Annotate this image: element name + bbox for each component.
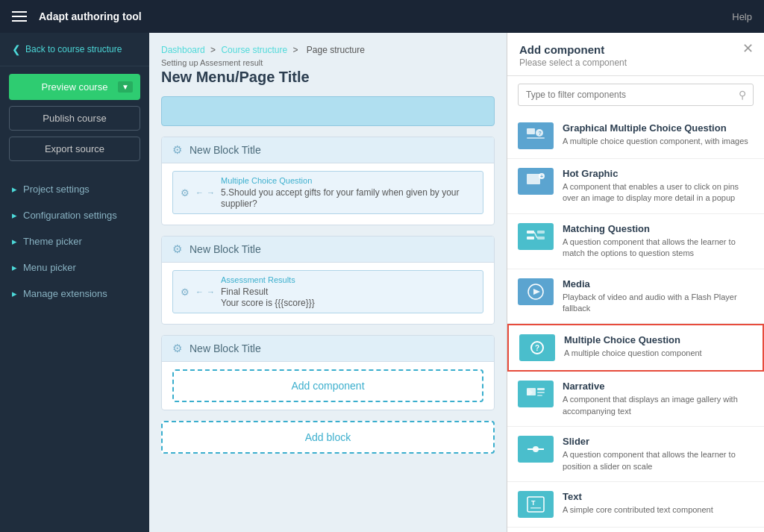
block-body-2: ⚙ ← → Assessment Results Final ResultYou… xyxy=(162,263,494,324)
sidebar: ❮ Back to course structure Preview cours… xyxy=(0,33,149,532)
add-component-button[interactable]: Add component xyxy=(172,369,483,402)
media-name: Media xyxy=(563,278,754,290)
gmcq-name: Graphical Multiple Choice Question xyxy=(563,122,748,134)
sidebar-button-group: Preview course ▼ Publish course Export s… xyxy=(0,66,149,169)
text-icon: T xyxy=(518,491,554,518)
block-gear-icon[interactable]: ⚙ xyxy=(172,143,182,157)
component-gear-icon[interactable]: ⚙ xyxy=(181,187,190,198)
page-subtitle: Setting up Assesment result xyxy=(161,58,495,67)
breadcrumb: Dashboard > Course structure > Page stru… xyxy=(161,45,495,55)
sidebar-item-theme-picker[interactable]: ▸ Theme picker xyxy=(0,228,149,254)
breadcrumb-sep: > xyxy=(210,45,218,55)
svg-rect-7 xyxy=(527,231,534,234)
breadcrumb-sep: > xyxy=(292,45,300,55)
slider-info: Slider A question component that allows … xyxy=(563,436,754,472)
gmcq-desc: A multiple choice question component, wi… xyxy=(563,136,748,147)
sidebar-item-label: Configuration settings xyxy=(23,210,117,221)
mcq-icon: ? xyxy=(519,334,555,361)
component-item-hotgraphic[interactable]: + Hot Graphic A component that enables a… xyxy=(507,159,764,214)
help-link[interactable]: Help xyxy=(732,11,752,22)
component-item-gmcq[interactable]: ? Graphical Multiple Choice Question A m… xyxy=(507,113,764,159)
hotgraphic-info: Hot Graphic A component that enables a u… xyxy=(563,168,754,204)
hotgraphic-desc: A component that enables a user to click… xyxy=(563,181,754,204)
component-content-2: Assessment Results Final ResultYour scor… xyxy=(221,275,315,308)
block-body-1: ⚙ ← → Multiple Choice Question 5.Should … xyxy=(162,163,494,225)
svg-rect-4 xyxy=(527,174,540,184)
slider-desc: A question component that allows the lea… xyxy=(563,449,754,472)
search-input[interactable] xyxy=(518,84,754,106)
component-item-text[interactable]: T Text A simple core contributed text co… xyxy=(507,482,764,528)
component-item-media[interactable]: Media Playback of video and audio with a… xyxy=(507,269,764,325)
text-desc: A simple core contributed text component xyxy=(563,504,713,516)
svg-marker-13 xyxy=(533,289,540,295)
block-gear-icon[interactable]: ⚙ xyxy=(172,342,182,355)
breadcrumb-course-structure[interactable]: Course structure xyxy=(221,45,287,55)
svg-rect-9 xyxy=(527,237,534,240)
block-header-3: ⚙ New Block Title xyxy=(162,336,494,362)
topbar: Adapt authoring tool Help xyxy=(0,0,764,33)
component-item-matching[interactable]: Matching Question A question component t… xyxy=(507,214,764,269)
block-title-3: New Block Title xyxy=(190,342,261,354)
close-icon[interactable]: ✕ xyxy=(742,40,754,57)
component-arrows[interactable]: ← → xyxy=(195,287,215,296)
sidebar-item-menu-picker[interactable]: ▸ Menu picker xyxy=(0,254,149,281)
breadcrumb-dashboard[interactable]: Dashboard xyxy=(161,45,205,55)
svg-line-11 xyxy=(534,232,537,238)
component-label-2: Assessment Results xyxy=(221,275,315,284)
page-title: New Menu/Page Title xyxy=(161,69,495,86)
svg-text:+: + xyxy=(540,174,543,179)
slider-icon xyxy=(518,436,554,463)
svg-rect-3 xyxy=(527,137,545,139)
preview-course-button[interactable]: Preview course ▼ xyxy=(9,74,140,100)
media-icon xyxy=(518,278,554,305)
preview-dropdown-icon[interactable]: ▼ xyxy=(118,81,133,93)
sidebar-item-project-settings[interactable]: ▸ Project settings xyxy=(0,176,149,202)
block-title-2: New Block Title xyxy=(190,243,261,255)
chevron-right-icon: ▸ xyxy=(12,288,17,299)
export-source-button[interactable]: Export source xyxy=(9,137,140,161)
gmcq-icon: ? xyxy=(518,122,554,149)
arrow-right-icon: → xyxy=(207,287,215,296)
add-block-button[interactable]: Add block xyxy=(161,421,495,454)
svg-text:?: ? xyxy=(535,344,539,352)
block-card-1: ⚙ New Block Title ⚙ ← → Multiple Choice … xyxy=(161,137,495,225)
arrow-left-icon: ← xyxy=(195,287,204,296)
arrow-left-icon: ← xyxy=(195,188,204,197)
mcq-name: Multiple Choice Question xyxy=(564,334,702,345)
gmcq-info: Graphical Multiple Choice Question A mul… xyxy=(563,122,748,147)
sidebar-item-manage-extensions[interactable]: ▸ Manage extensions xyxy=(0,281,149,307)
chevron-right-icon: ▸ xyxy=(12,184,17,195)
component-item-mcq[interactable]: ? Multiple Choice Question A multiple ch… xyxy=(507,324,764,372)
text-name: Text xyxy=(563,491,713,502)
component-text-2: Final ResultYour score is {{{score}}} xyxy=(221,287,315,308)
svg-rect-8 xyxy=(537,231,545,234)
block-card-3: ⚙ New Block Title Add component xyxy=(161,335,495,410)
sidebar-nav: ▸ Project settings ▸ Configuration setti… xyxy=(0,169,149,314)
matching-icon xyxy=(518,223,554,250)
right-panel-subtitle: Please select a component xyxy=(519,57,752,68)
sidebar-item-configuration-settings[interactable]: ▸ Configuration settings xyxy=(0,202,149,228)
svg-point-22 xyxy=(533,446,539,452)
content-area: Dashboard > Course structure > Page stru… xyxy=(149,33,507,532)
back-to-course-structure[interactable]: ❮ Back to course structure xyxy=(0,33,149,66)
matching-info: Matching Question A question component t… xyxy=(563,223,754,260)
mcq-desc: A multiple choice question component xyxy=(564,348,702,359)
text-info: Text A simple core contributed text comp… xyxy=(563,491,713,516)
component-arrows[interactable]: ← → xyxy=(195,188,215,197)
hotgraphic-name: Hot Graphic xyxy=(563,168,754,179)
hotgraphic-icon: + xyxy=(518,168,554,195)
svg-rect-18 xyxy=(537,392,545,393)
back-label: Back to course structure xyxy=(25,44,122,54)
search-icon: ⚲ xyxy=(739,89,746,101)
sidebar-item-label: Theme picker xyxy=(23,236,82,247)
preview-label: Preview course xyxy=(42,81,108,93)
publish-course-button[interactable]: Publish course xyxy=(9,106,140,131)
narrative-desc: A component that displays an image galle… xyxy=(563,394,754,417)
component-gear-icon[interactable]: ⚙ xyxy=(181,287,190,298)
sidebar-item-label: Menu picker xyxy=(23,262,76,273)
sidebar-item-label: Project settings xyxy=(23,184,90,195)
hamburger-menu[interactable] xyxy=(12,11,27,22)
component-item-slider[interactable]: Slider A question component that allows … xyxy=(507,427,764,482)
block-gear-icon[interactable]: ⚙ xyxy=(172,242,182,256)
component-item-narrative[interactable]: Narrative A component that displays an i… xyxy=(507,372,764,427)
